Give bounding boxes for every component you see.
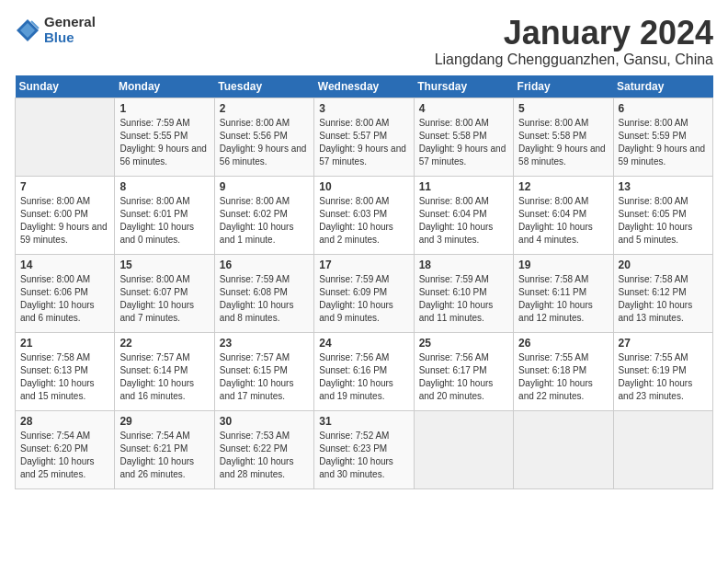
calendar-cell: 8Sunrise: 8:00 AMSunset: 6:01 PMDaylight… — [115, 176, 214, 254]
day-info: Sunrise: 7:59 AMSunset: 6:10 PMDaylight:… — [419, 273, 508, 325]
calendar-cell: 5Sunrise: 8:00 AMSunset: 5:58 PMDaylight… — [514, 98, 613, 176]
day-number: 24 — [319, 337, 408, 350]
day-info: Sunrise: 8:00 AMSunset: 6:06 PMDaylight:… — [20, 273, 109, 325]
day-info: Sunrise: 8:00 AMSunset: 6:07 PMDaylight:… — [119, 273, 209, 325]
calendar-cell — [16, 98, 115, 176]
calendar-cell: 2Sunrise: 8:00 AMSunset: 5:56 PMDaylight… — [214, 98, 313, 176]
day-number: 14 — [20, 259, 109, 271]
day-info: Sunrise: 7:57 AMSunset: 6:14 PMDaylight:… — [119, 351, 209, 403]
calendar-cell: 4Sunrise: 8:00 AMSunset: 5:58 PMDaylight… — [414, 98, 513, 176]
calendar-cell: 16Sunrise: 7:59 AMSunset: 6:08 PMDayligh… — [214, 254, 313, 332]
day-info: Sunrise: 7:55 AMSunset: 6:18 PMDaylight:… — [518, 351, 608, 403]
calendar-cell: 17Sunrise: 7:59 AMSunset: 6:09 PMDayligh… — [314, 254, 414, 332]
day-number: 22 — [119, 337, 209, 350]
day-info: Sunrise: 8:00 AMSunset: 5:58 PMDaylight:… — [419, 117, 508, 168]
weekday-header-row: SundayMondayTuesdayWednesdayThursdayFrid… — [16, 75, 713, 98]
month-title: January 2024 — [435, 15, 713, 52]
week-row-5: 28Sunrise: 7:54 AMSunset: 6:20 PMDayligh… — [16, 410, 713, 488]
day-info: Sunrise: 7:58 AMSunset: 6:11 PMDaylight:… — [518, 273, 608, 325]
day-number: 10 — [319, 180, 408, 193]
day-number: 4 — [419, 102, 508, 115]
day-number: 26 — [518, 337, 608, 350]
weekday-header-monday: Monday — [115, 75, 214, 98]
calendar-cell: 12Sunrise: 8:00 AMSunset: 6:04 PMDayligh… — [514, 176, 613, 254]
calendar-cell: 23Sunrise: 7:57 AMSunset: 6:15 PMDayligh… — [214, 332, 313, 410]
day-number: 20 — [619, 259, 708, 271]
calendar-cell: 26Sunrise: 7:55 AMSunset: 6:18 PMDayligh… — [514, 332, 613, 410]
title-block: January 2024 Liangdang Chengguanzhen, Ga… — [435, 15, 713, 68]
calendar-cell: 3Sunrise: 8:00 AMSunset: 5:57 PMDaylight… — [314, 98, 414, 176]
location-title: Liangdang Chengguanzhen, Gansu, China — [435, 52, 713, 68]
calendar-cell: 25Sunrise: 7:56 AMSunset: 6:17 PMDayligh… — [414, 332, 513, 410]
day-number: 28 — [20, 415, 109, 428]
day-number: 21 — [20, 337, 109, 350]
day-info: Sunrise: 8:00 AMSunset: 5:56 PMDaylight:… — [220, 117, 309, 168]
day-info: Sunrise: 7:56 AMSunset: 6:17 PMDaylight:… — [419, 351, 508, 403]
day-info: Sunrise: 7:59 AMSunset: 5:55 PMDaylight:… — [119, 117, 209, 168]
day-number: 23 — [220, 337, 309, 350]
day-info: Sunrise: 8:00 AMSunset: 5:58 PMDaylight:… — [518, 117, 608, 168]
calendar-cell — [613, 410, 712, 488]
calendar-cell: 13Sunrise: 8:00 AMSunset: 6:05 PMDayligh… — [613, 176, 712, 254]
day-info: Sunrise: 7:59 AMSunset: 6:08 PMDaylight:… — [220, 273, 309, 325]
calendar-cell: 27Sunrise: 7:55 AMSunset: 6:19 PMDayligh… — [613, 332, 712, 410]
day-number: 18 — [419, 259, 508, 271]
weekday-header-friday: Friday — [514, 75, 613, 98]
week-row-2: 7Sunrise: 8:00 AMSunset: 6:00 PMDaylight… — [16, 176, 713, 254]
logo: General Blue — [15, 15, 96, 45]
weekday-header-wednesday: Wednesday — [314, 75, 414, 98]
day-info: Sunrise: 8:00 AMSunset: 6:03 PMDaylight:… — [319, 195, 408, 247]
day-info: Sunrise: 8:00 AMSunset: 6:04 PMDaylight:… — [419, 195, 508, 247]
calendar-cell: 28Sunrise: 7:54 AMSunset: 6:20 PMDayligh… — [16, 410, 115, 488]
logo-general-text: General — [44, 15, 96, 30]
day-info: Sunrise: 7:58 AMSunset: 6:12 PMDaylight:… — [619, 273, 708, 325]
weekday-header-tuesday: Tuesday — [214, 75, 313, 98]
day-info: Sunrise: 7:58 AMSunset: 6:13 PMDaylight:… — [20, 351, 109, 403]
day-number: 25 — [419, 337, 508, 350]
day-info: Sunrise: 8:00 AMSunset: 6:04 PMDaylight:… — [518, 195, 608, 247]
day-number: 8 — [119, 180, 209, 193]
calendar-cell: 21Sunrise: 7:58 AMSunset: 6:13 PMDayligh… — [16, 332, 115, 410]
weekday-header-thursday: Thursday — [414, 75, 513, 98]
day-number: 6 — [619, 102, 708, 115]
weekday-header-sunday: Sunday — [16, 75, 115, 98]
day-info: Sunrise: 7:57 AMSunset: 6:15 PMDaylight:… — [220, 351, 309, 403]
day-number: 13 — [619, 180, 708, 193]
day-info: Sunrise: 7:54 AMSunset: 6:20 PMDaylight:… — [20, 430, 109, 481]
day-number: 12 — [518, 180, 608, 193]
day-number: 29 — [119, 415, 209, 428]
day-info: Sunrise: 7:56 AMSunset: 6:16 PMDaylight:… — [319, 351, 408, 403]
day-number: 11 — [419, 180, 508, 193]
calendar-cell: 29Sunrise: 7:54 AMSunset: 6:21 PMDayligh… — [115, 410, 214, 488]
day-number: 16 — [220, 259, 309, 271]
day-info: Sunrise: 7:59 AMSunset: 6:09 PMDaylight:… — [319, 273, 408, 325]
calendar-cell: 1Sunrise: 7:59 AMSunset: 5:55 PMDaylight… — [115, 98, 214, 176]
day-info: Sunrise: 7:55 AMSunset: 6:19 PMDaylight:… — [619, 351, 708, 403]
day-info: Sunrise: 7:52 AMSunset: 6:23 PMDaylight:… — [319, 430, 408, 481]
calendar-cell: 24Sunrise: 7:56 AMSunset: 6:16 PMDayligh… — [314, 332, 414, 410]
page-header: General Blue January 2024 Liangdang Chen… — [15, 15, 713, 68]
day-number: 2 — [220, 102, 309, 115]
day-number: 30 — [220, 415, 309, 428]
calendar-cell: 15Sunrise: 8:00 AMSunset: 6:07 PMDayligh… — [115, 254, 214, 332]
calendar-cell: 19Sunrise: 7:58 AMSunset: 6:11 PMDayligh… — [514, 254, 613, 332]
day-info: Sunrise: 8:00 AMSunset: 6:00 PMDaylight:… — [20, 195, 109, 247]
day-info: Sunrise: 8:00 AMSunset: 6:02 PMDaylight:… — [220, 195, 309, 247]
week-row-4: 21Sunrise: 7:58 AMSunset: 6:13 PMDayligh… — [16, 332, 713, 410]
calendar-cell: 22Sunrise: 7:57 AMSunset: 6:14 PMDayligh… — [115, 332, 214, 410]
weekday-header-saturday: Saturday — [613, 75, 712, 98]
day-number: 5 — [518, 102, 608, 115]
day-number: 31 — [319, 415, 408, 428]
day-number: 7 — [20, 180, 109, 193]
day-number: 17 — [319, 259, 408, 271]
calendar-cell: 20Sunrise: 7:58 AMSunset: 6:12 PMDayligh… — [613, 254, 712, 332]
week-row-3: 14Sunrise: 8:00 AMSunset: 6:06 PMDayligh… — [16, 254, 713, 332]
day-number: 3 — [319, 102, 408, 115]
calendar-cell: 10Sunrise: 8:00 AMSunset: 6:03 PMDayligh… — [314, 176, 414, 254]
day-number: 9 — [220, 180, 309, 193]
calendar-cell: 18Sunrise: 7:59 AMSunset: 6:10 PMDayligh… — [414, 254, 513, 332]
day-number: 15 — [119, 259, 209, 271]
calendar-cell: 9Sunrise: 8:00 AMSunset: 6:02 PMDaylight… — [214, 176, 313, 254]
day-info: Sunrise: 8:00 AMSunset: 6:05 PMDaylight:… — [619, 195, 708, 247]
calendar-cell: 6Sunrise: 8:00 AMSunset: 5:59 PMDaylight… — [613, 98, 712, 176]
